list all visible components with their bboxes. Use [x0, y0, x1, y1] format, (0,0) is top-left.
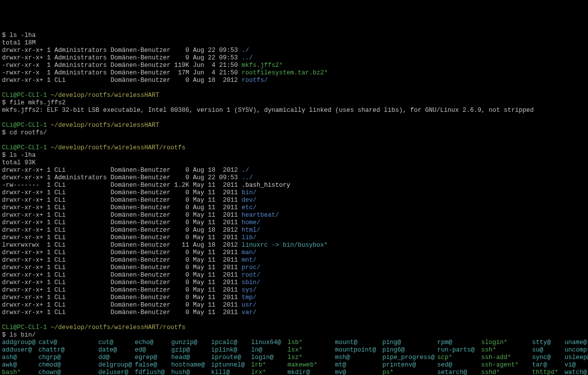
- bin-entry: mkdir@: [288, 369, 335, 375]
- ls-total2: total 93K: [2, 159, 36, 166]
- bin-entry: ash@: [2, 354, 38, 362]
- bin-entry: false@: [135, 362, 171, 369]
- blank-line: [2, 84, 6, 91]
- bin-entry: cut@: [98, 339, 135, 347]
- bin-entry: gunzip@: [171, 339, 211, 347]
- bin-entry: lsz*: [288, 354, 335, 362]
- bin-entry: scp*: [437, 354, 481, 362]
- bin-entry: egrep@: [135, 354, 171, 362]
- ls-rows-3: drwxr-xr-x+ 1 CLi Domänen-Benutzer 0 Aug…: [2, 167, 328, 316]
- bin-entry: deluser@: [98, 369, 135, 375]
- bin-entry: chattr@: [38, 347, 98, 354]
- bin-entry: login@: [251, 354, 288, 362]
- bin-entry: lrx*: [251, 369, 288, 375]
- bin-entry: ssh-agent*: [481, 362, 532, 369]
- bin-entry: pipe_progress@: [382, 354, 437, 362]
- prompt-symbol: $: [2, 152, 9, 159]
- prompt-path: ~/develop/rootfs/wirelessHART: [51, 92, 160, 99]
- bin-entry: adduser@: [2, 347, 38, 354]
- bin-entry: ssh*: [481, 347, 532, 354]
- prompt-user: CLi@PC-CLI-1: [2, 324, 47, 331]
- bin-entry: uname@: [565, 339, 588, 347]
- prompt-path: ~/develop/rootfs/wirelessHART/rootfs: [51, 144, 186, 151]
- file-output: mkfs.jffs2: ELF 32-bit LSB executable, I…: [2, 107, 534, 114]
- bin-entry: fdflush@: [135, 369, 171, 375]
- bin-entry: ping@: [382, 339, 437, 347]
- bin-entry: chown@: [38, 369, 98, 375]
- bin-entry: msh@: [335, 354, 382, 362]
- cmd-ls: ls -lha: [9, 32, 36, 39]
- bin-entry: tar@: [532, 362, 565, 369]
- prompt-user: CLi@PC-CLI-1: [2, 122, 47, 129]
- prompt-symbol: $: [2, 332, 9, 339]
- bin-entry: iplink@: [211, 347, 251, 354]
- bin-entry: awk@: [2, 362, 38, 369]
- blank-line: [2, 317, 6, 324]
- cmd-ls2: ls -lha: [9, 152, 36, 159]
- prompt-path: ~/develop/rootfs/wirelessHART: [51, 122, 160, 129]
- bin-entry: usleep@: [565, 354, 588, 362]
- bin-entry: ssh-add*: [481, 354, 532, 362]
- bin-entry: mt@: [335, 362, 382, 369]
- bin-entry: uncompress@: [565, 347, 588, 354]
- bin-entry: gzip@: [171, 347, 211, 354]
- bin-entry: ipcalc@: [211, 339, 251, 347]
- bin-entry: sed@: [437, 362, 481, 369]
- bin-entry: addgroup@: [2, 339, 38, 347]
- bin-entry: sshd*: [481, 369, 532, 375]
- bin-entry: hush@: [171, 369, 211, 375]
- ls-rows-0: drwxr-xr-x+ 1 Administrators Domänen-Ben…: [2, 47, 328, 84]
- bin-entry: echo@: [135, 339, 171, 347]
- bin-entry: iproute@: [211, 354, 251, 362]
- bin-entry: iptunnel@: [211, 362, 251, 369]
- bin-entry: run-parts@: [437, 347, 481, 354]
- bin-entry: rpm@: [437, 339, 481, 347]
- prompt-symbol: $: [2, 129, 9, 136]
- blank-line: [2, 137, 6, 144]
- bin-entry: mount@: [335, 339, 382, 347]
- bin-listing: addgroup@adduser@ash@awk@bash*bbconfig@b…: [2, 339, 588, 346]
- prompt-symbol: $: [2, 32, 9, 39]
- bin-entry: chgrp@: [38, 354, 98, 362]
- bin-entry: mountpoint@: [335, 347, 382, 354]
- bin-entry: date@: [98, 347, 135, 354]
- bin-entry: stty@: [532, 339, 565, 347]
- bin-entry: su@: [532, 347, 565, 354]
- bin-entry: linux64@: [251, 339, 288, 347]
- prompt-path: ~/develop/rootfs/wirelessHART/rootfs: [51, 324, 186, 331]
- bin-entry: printenv@: [382, 362, 437, 369]
- prompt-user: CLi@PC-CLI-1: [2, 92, 47, 99]
- bin-entry: delgroup@: [98, 362, 135, 369]
- ls-total: total 18M: [2, 39, 36, 46]
- bin-entry: ed@: [135, 347, 171, 354]
- bin-entry: catv@: [38, 339, 98, 347]
- cmd-file: file mkfs.jffs2: [9, 99, 66, 106]
- prompt-symbol: $: [2, 99, 9, 106]
- bin-entry: sync@: [532, 354, 565, 362]
- bin-entry: vi@: [565, 362, 588, 369]
- bin-entry: mv@: [335, 369, 382, 375]
- bin-entry: lrb*: [251, 362, 288, 369]
- cmd-lsbin: ls bin/: [9, 332, 36, 339]
- bin-entry: head@: [171, 354, 211, 362]
- bin-entry: slogin*: [481, 339, 532, 347]
- bin-entry: lsb*: [288, 339, 335, 347]
- blank-line: [2, 114, 6, 121]
- bin-entry: kill@: [211, 369, 251, 375]
- bin-entry: watch@: [565, 369, 588, 375]
- bin-entry: thttpd*: [532, 369, 565, 375]
- bin-entry: makeweb*: [288, 362, 335, 369]
- bin-entry: chmod@: [38, 362, 98, 369]
- prompt-user: CLi@PC-CLI-1: [2, 144, 47, 151]
- bin-entry: hostname@: [171, 362, 211, 369]
- bin-entry: ln@: [251, 347, 288, 354]
- cmd-cd: cd rootfs/: [9, 129, 47, 136]
- bin-entry: dd@: [98, 354, 135, 362]
- terminal-output[interactable]: $ ls -lha total 18M drwxr-xr-x+ 1 Admini…: [2, 32, 586, 375]
- bin-entry: setarch@: [437, 369, 481, 375]
- bin-entry: lsx*: [288, 347, 335, 354]
- bin-entry: bash*: [2, 369, 38, 375]
- bin-entry: ps*: [382, 369, 437, 375]
- bin-entry: ping6@: [382, 347, 437, 354]
